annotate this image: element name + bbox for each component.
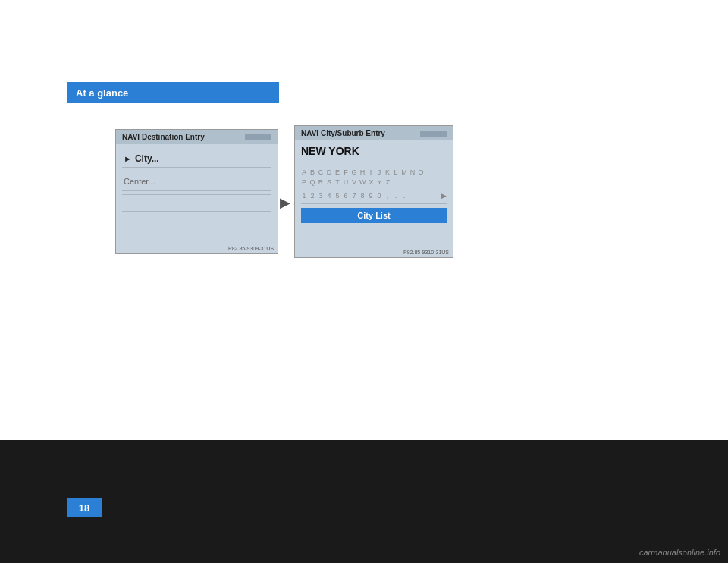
navi-dest-header: NAVI Destination Entry <box>116 130 278 144</box>
alpha-D[interactable]: D <box>326 168 332 176</box>
alpha-O[interactable]: O <box>418 168 424 176</box>
num-0[interactable]: 0 <box>376 192 382 200</box>
page-footer <box>0 440 728 563</box>
navi-city-header-bar <box>420 131 447 137</box>
num-3[interactable]: 3 <box>318 192 324 200</box>
navi-city-code: P82.85-9310-31US <box>403 250 449 255</box>
alpha-V[interactable]: V <box>351 178 357 186</box>
alpha-F[interactable]: F <box>343 168 349 176</box>
navi-city-alpha-row1: A B C D E F G H I J K L M N O <box>301 168 447 176</box>
navi-dest-city-label: City... <box>135 153 159 164</box>
alpha-Q[interactable]: Q <box>309 178 315 186</box>
navi-dest-line-2 <box>122 203 271 203</box>
alpha-Y[interactable]: Y <box>377 178 383 186</box>
alpha-M[interactable]: M <box>401 168 407 176</box>
num-1[interactable]: 1 <box>301 192 307 200</box>
num-dot1[interactable]: . <box>393 192 399 200</box>
navi-city-num-row: 1 2 3 4 5 6 7 8 9 0 , . . ▶ <box>301 192 447 204</box>
navi-city-newyork: NEW YORK <box>301 145 447 162</box>
navi-city-screenshot: NAVI City/Suburb Entry NEW YORK A B C D … <box>294 125 453 258</box>
navi-dest-center-label: Center... <box>124 177 155 186</box>
navi-dest-line-3 <box>122 211 271 212</box>
num-8[interactable]: 8 <box>359 192 366 200</box>
page-number-badge: 18 <box>67 498 102 517</box>
navi-dest-center-item: Center... <box>122 171 271 191</box>
alpha-C[interactable]: C <box>318 168 324 176</box>
alpha-E[interactable]: E <box>334 168 340 176</box>
at-a-glance-label: At a glance <box>76 87 128 99</box>
connector-arrow: ▶ <box>278 196 292 209</box>
watermark: carmanualsonline.info <box>639 548 720 557</box>
num-4[interactable]: 4 <box>326 192 332 200</box>
navi-dest-lines <box>122 194 271 212</box>
num-dot2[interactable]: . <box>401 192 407 200</box>
at-a-glance-bar: At a glance <box>67 82 279 103</box>
alpha-W[interactable]: W <box>359 178 366 186</box>
navi-dest-line-1 <box>122 194 271 195</box>
alpha-N[interactable]: N <box>410 168 416 176</box>
navi-city-title: NAVI City/Suburb Entry <box>301 129 385 137</box>
alpha-R[interactable]: R <box>318 178 324 186</box>
alpha-Z[interactable]: Z <box>385 178 391 186</box>
navi-city-body: NEW YORK A B C D E F G H I J K L M N O P… <box>295 140 453 228</box>
alpha-L[interactable]: L <box>393 168 399 176</box>
alpha-P[interactable]: P <box>301 178 307 186</box>
page-number: 18 <box>79 502 89 514</box>
num-arrow-icon[interactable]: ▶ <box>441 192 447 200</box>
navi-dest-title: NAVI Destination Entry <box>122 133 205 141</box>
alpha-I[interactable]: I <box>368 168 374 176</box>
num-comma[interactable]: , <box>384 192 391 200</box>
alpha-A[interactable]: A <box>301 168 307 176</box>
watermark-text: carmanualsonline.info <box>639 548 720 557</box>
alpha-G[interactable]: G <box>351 168 357 176</box>
navi-dest-header-bar <box>245 134 271 140</box>
alpha-S[interactable]: S <box>326 178 332 186</box>
alpha-B[interactable]: B <box>309 168 315 176</box>
alpha-T[interactable]: T <box>334 178 340 186</box>
alpha-X[interactable]: X <box>369 178 375 186</box>
navi-dest-city-arrow: ► <box>124 154 132 163</box>
alpha-U[interactable]: U <box>343 178 349 186</box>
alpha-H[interactable]: H <box>359 168 366 176</box>
navi-dest-screenshot: NAVI Destination Entry ► City... Center.… <box>115 129 278 254</box>
navi-dest-city-item[interactable]: ► City... <box>122 150 271 168</box>
num-2[interactable]: 2 <box>309 192 315 200</box>
navi-dest-body: ► City... Center... <box>116 144 278 225</box>
num-5[interactable]: 5 <box>334 192 340 200</box>
num-7[interactable]: 7 <box>351 192 357 200</box>
num-6[interactable]: 6 <box>343 192 349 200</box>
alpha-K[interactable]: K <box>384 168 391 176</box>
alpha-J[interactable]: J <box>376 168 382 176</box>
navi-city-alpha-row2: P Q R S T U V W X Y Z <box>301 178 447 186</box>
navi-city-header: NAVI City/Suburb Entry <box>295 126 453 140</box>
city-list-button[interactable]: City List <box>301 208 447 223</box>
num-9[interactable]: 9 <box>368 192 374 200</box>
navi-dest-code: P82.85-9309-31US <box>228 246 274 251</box>
